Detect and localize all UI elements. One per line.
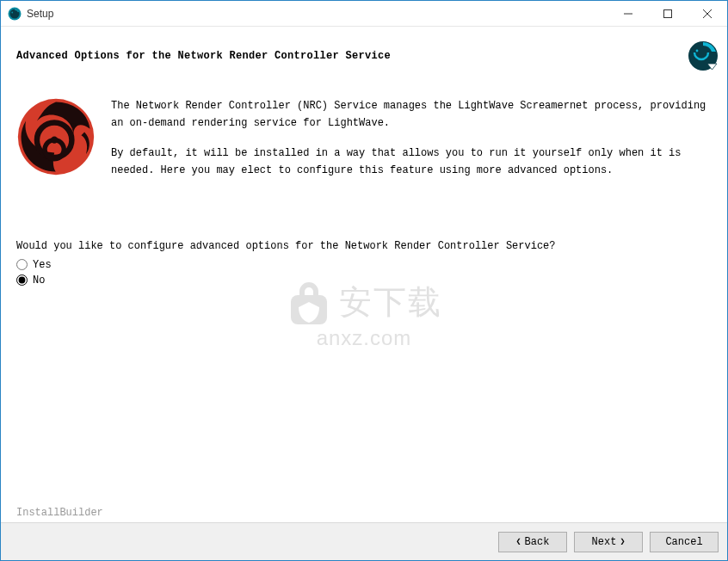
cancel-button-label: Cancel — [665, 536, 702, 548]
svg-rect-13 — [291, 295, 327, 324]
corner-logo-icon — [688, 40, 719, 71]
watermark-text-cn: 安下载 — [339, 280, 442, 324]
next-button-label: Next — [592, 536, 617, 548]
window-title: Setup — [27, 8, 608, 20]
radio-yes-input[interactable] — [16, 259, 28, 270]
app-icon — [8, 7, 22, 21]
watermark-url: anxz.com — [286, 326, 442, 350]
arrow-right-icon: ❯ — [620, 538, 625, 546]
radio-option-yes[interactable]: Yes — [16, 259, 712, 271]
intro-text: The Network Render Controller (NRC) Serv… — [111, 97, 712, 192]
radio-option-no[interactable]: No — [16, 274, 712, 287]
window-titlebar: Setup — [1, 1, 727, 27]
intro-row: The Network Render Controller (NRC) Serv… — [16, 97, 712, 192]
minimize-button[interactable] — [608, 1, 648, 26]
back-button[interactable]: ❮ Back — [498, 532, 567, 552]
content-area: The Network Render Controller (NRC) Serv… — [1, 97, 727, 287]
svg-point-12 — [71, 123, 76, 128]
window-controls — [608, 1, 727, 26]
radio-yes-label: Yes — [33, 259, 52, 271]
question-text: Would you like to configure advanced opt… — [16, 240, 712, 252]
svg-point-11 — [51, 137, 58, 144]
maximize-button[interactable] — [648, 1, 688, 26]
page-title: Advanced Options for the Network Render … — [16, 50, 391, 62]
svg-point-2 — [11, 11, 13, 13]
intro-paragraph-1: The Network Render Controller (NRC) Serv… — [111, 97, 712, 133]
question-block: Would you like to configure advanced opt… — [16, 240, 712, 287]
installer-branding: InstallBuilder — [16, 507, 103, 519]
radio-no-input[interactable] — [16, 274, 28, 286]
svg-rect-4 — [664, 9, 672, 17]
svg-point-8 — [696, 50, 699, 52]
watermark: 安下载 anxz.com — [286, 276, 442, 350]
cancel-button[interactable]: Cancel — [650, 532, 719, 552]
radio-no-label: No — [33, 274, 45, 287]
page-header: Advanced Options for the Network Render … — [1, 27, 727, 80]
intro-paragraph-2: By default, it will be installed in a wa… — [111, 145, 712, 180]
back-button-label: Back — [525, 536, 550, 548]
product-logo-icon — [16, 97, 96, 176]
arrow-left-icon: ❮ — [516, 538, 521, 546]
close-button[interactable] — [688, 1, 727, 26]
next-button[interactable]: Next ❯ — [574, 532, 643, 552]
footer-bar: ❮ Back Next ❯ Cancel — [1, 522, 727, 560]
